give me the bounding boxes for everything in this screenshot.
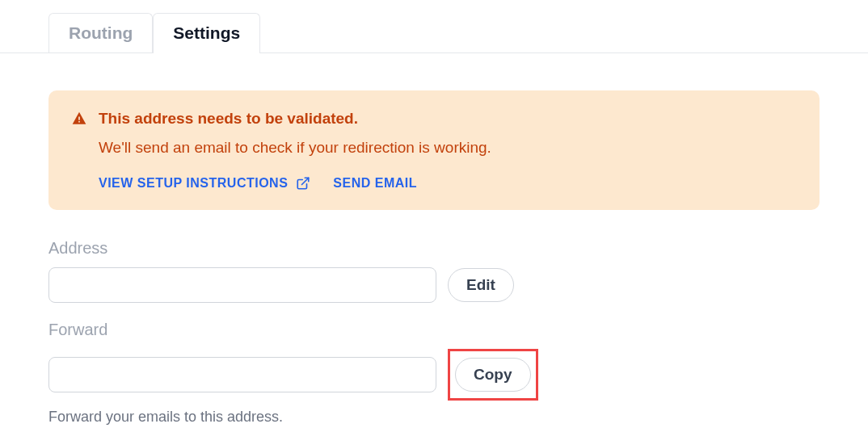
view-instructions-link[interactable]: VIEW SETUP INSTRUCTIONS [99,176,310,191]
forward-row: Copy [48,349,820,401]
copy-highlight: Copy [448,349,538,401]
copy-button[interactable]: Copy [455,358,531,392]
forward-field-group: Forward Copy Forward your emails to this… [48,321,820,426]
address-row: Edit [48,267,820,303]
content: This address needs to be validated. We'l… [0,53,868,426]
address-field-group: Address Edit [48,239,820,303]
alert-body: We'll send an email to check if your red… [99,139,797,157]
tabs-container: Routing Settings [0,0,868,53]
svg-rect-0 [78,117,80,120]
validation-alert: This address needs to be validated. We'l… [48,90,820,210]
alert-title: This address needs to be validated. [99,110,358,128]
edit-button[interactable]: Edit [448,268,514,302]
forward-help-text: Forward your emails to this address. [48,409,820,426]
svg-rect-1 [78,121,80,123]
svg-line-2 [302,178,309,184]
address-label: Address [48,239,820,258]
forward-label: Forward [48,321,820,339]
view-instructions-label: VIEW SETUP INSTRUCTIONS [99,176,288,191]
alert-header: This address needs to be validated. [71,110,797,128]
address-input[interactable] [48,267,436,303]
alert-actions: VIEW SETUP INSTRUCTIONS SEND EMAIL [99,176,797,191]
send-email-link[interactable]: SEND EMAIL [333,176,417,191]
warning-icon [71,111,87,127]
external-link-icon [296,176,310,191]
tab-settings[interactable]: Settings [153,13,260,52]
tab-routing[interactable]: Routing [48,13,153,52]
forward-input[interactable] [48,357,436,392]
